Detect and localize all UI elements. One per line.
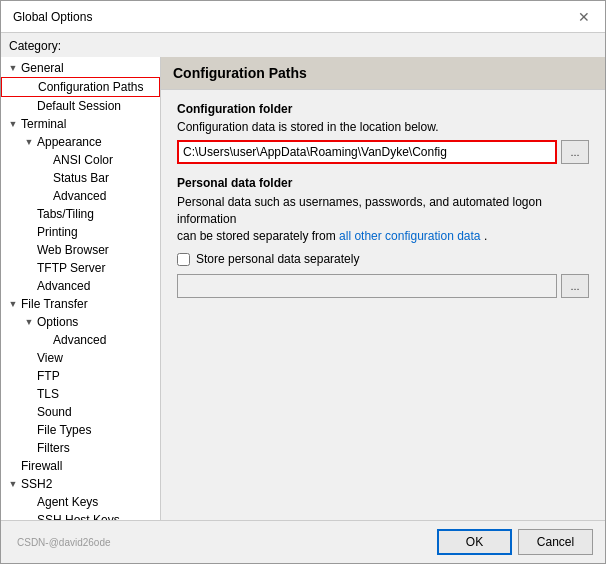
sidebar-label-advanced-appearance: Advanced [53,189,106,203]
sidebar-item-advanced-terminal[interactable]: Advanced [1,277,160,295]
sidebar-label-file-transfer: File Transfer [21,297,88,311]
personal-link[interactable]: all other configuration data [339,229,480,243]
sidebar-label-appearance: Appearance [37,135,102,149]
spacer-ansi [37,152,53,168]
sidebar-item-general[interactable]: ▼ General [1,59,160,77]
sidebar-label-advanced-options: Advanced [53,333,106,347]
config-path-input[interactable] [177,140,557,164]
sidebar-item-tls[interactable]: TLS [1,385,160,403]
sidebar-item-view[interactable]: View [1,349,160,367]
sidebar-label-ssh-host-keys: SSH Host Keys [37,513,120,520]
sidebar-item-file-transfer[interactable]: ▼ File Transfer [1,295,160,313]
expand-icon-ssh2: ▼ [5,476,21,492]
sidebar-item-file-types[interactable]: File Types [1,421,160,439]
sidebar-item-options[interactable]: ▼ Options [1,313,160,331]
sidebar-item-status-bar[interactable]: Status Bar [1,169,160,187]
config-folder-title: Configuration folder [177,102,589,116]
spacer-agent-keys [21,494,37,510]
personal-desc-text2: can be stored separately from [177,229,336,243]
content-main: Configuration folder Configuration data … [161,90,605,520]
sidebar-label-ssh2: SSH2 [21,477,52,491]
sidebar-label-tls: TLS [37,387,59,401]
sidebar-item-agent-keys[interactable]: Agent Keys [1,493,160,511]
spacer-configuration-paths [22,79,38,95]
expand-icon-general: ▼ [5,60,21,76]
watermark: CSDN-@david26ode [17,537,111,548]
expand-icon-appearance: ▼ [21,134,37,150]
sidebar-item-ssh2[interactable]: ▼ SSH2 [1,475,160,493]
sidebar-item-ansi-color[interactable]: ANSI Color [1,151,160,169]
personal-desc-text1: Personal data such as usernames, passwor… [177,195,542,226]
sidebar-item-filters[interactable]: Filters [1,439,160,457]
spacer-view [21,350,37,366]
spacer-firewall [5,458,21,474]
sidebar-label-ansi-color: ANSI Color [53,153,113,167]
sidebar-label-ftp: FTP [37,369,60,383]
config-path-row: ... [177,140,589,164]
dialog-footer: CSDN-@david26ode OK Cancel [1,520,605,563]
global-options-dialog: Global Options ✕ Category: ▼ General Con… [0,0,606,564]
personal-path-input[interactable] [177,274,557,298]
spacer-tabs [21,206,37,222]
sidebar-label-firewall: Firewall [21,459,62,473]
personal-folder-section: Personal data folder Personal data such … [177,176,589,298]
spacer-filters [21,440,37,456]
spacer-web [21,242,37,258]
sidebar-item-tftp-server[interactable]: TFTP Server [1,259,160,277]
personal-folder-desc: Personal data such as usernames, passwor… [177,194,589,244]
title-bar: Global Options ✕ [1,1,605,33]
sidebar-label-options: Options [37,315,78,329]
store-separately-checkbox[interactable] [177,253,190,266]
sidebar-label-sound: Sound [37,405,72,419]
sidebar-label-agent-keys: Agent Keys [37,495,98,509]
spacer-tls [21,386,37,402]
spacer-tftp [21,260,37,276]
cancel-button[interactable]: Cancel [518,529,593,555]
sidebar-item-firewall[interactable]: Firewall [1,457,160,475]
sidebar: ▼ General Configuration Paths Default Se… [1,57,161,520]
expand-icon-options: ▼ [21,314,37,330]
sidebar-item-web-browser[interactable]: Web Browser [1,241,160,259]
sidebar-item-default-session[interactable]: Default Session [1,97,160,115]
content-area: Configuration Paths Configuration folder… [161,57,605,520]
sidebar-label-web-browser: Web Browser [37,243,109,257]
close-button[interactable]: ✕ [575,8,593,26]
store-separately-row: Store personal data separately [177,252,589,266]
sidebar-item-sound[interactable]: Sound [1,403,160,421]
ok-button[interactable]: OK [437,529,512,555]
browse-config-button[interactable]: ... [561,140,589,164]
dialog-title: Global Options [13,10,92,24]
spacer-adv-term [21,278,37,294]
sidebar-label-tftp-server: TFTP Server [37,261,105,275]
sidebar-item-advanced-options[interactable]: Advanced [1,331,160,349]
spacer-file-types [21,422,37,438]
expand-icon-terminal: ▼ [5,116,21,132]
personal-desc-text3: . [484,229,487,243]
expand-icon-file-transfer: ▼ [5,296,21,312]
sidebar-label-filters: Filters [37,441,70,455]
store-separately-label[interactable]: Store personal data separately [196,252,359,266]
sidebar-item-advanced-appearance[interactable]: Advanced [1,187,160,205]
config-folder-desc: Configuration data is stored in the loca… [177,120,589,134]
sidebar-item-ssh-host-keys[interactable]: SSH Host Keys [1,511,160,520]
sidebar-item-appearance[interactable]: ▼ Appearance [1,133,160,151]
sidebar-label-view: View [37,351,63,365]
spacer-default-session [21,98,37,114]
sidebar-label-configuration-paths: Configuration Paths [38,80,143,94]
personal-folder-title: Personal data folder [177,176,589,190]
sidebar-label-tabs-tiling: Tabs/Tiling [37,207,94,221]
sidebar-item-configuration-paths[interactable]: Configuration Paths [1,77,160,97]
sidebar-item-tabs-tiling[interactable]: Tabs/Tiling [1,205,160,223]
personal-path-row: ... [177,274,589,298]
sidebar-item-ftp[interactable]: FTP [1,367,160,385]
sidebar-label-file-types: File Types [37,423,91,437]
spacer-adv-app [37,188,53,204]
sidebar-label-advanced-terminal: Advanced [37,279,90,293]
sidebar-label-status-bar: Status Bar [53,171,109,185]
sidebar-item-terminal[interactable]: ▼ Terminal [1,115,160,133]
content-title: Configuration Paths [173,65,307,81]
sidebar-item-printing[interactable]: Printing [1,223,160,241]
browse-personal-button[interactable]: ... [561,274,589,298]
dialog-body: ▼ General Configuration Paths Default Se… [1,57,605,520]
spacer-sound [21,404,37,420]
